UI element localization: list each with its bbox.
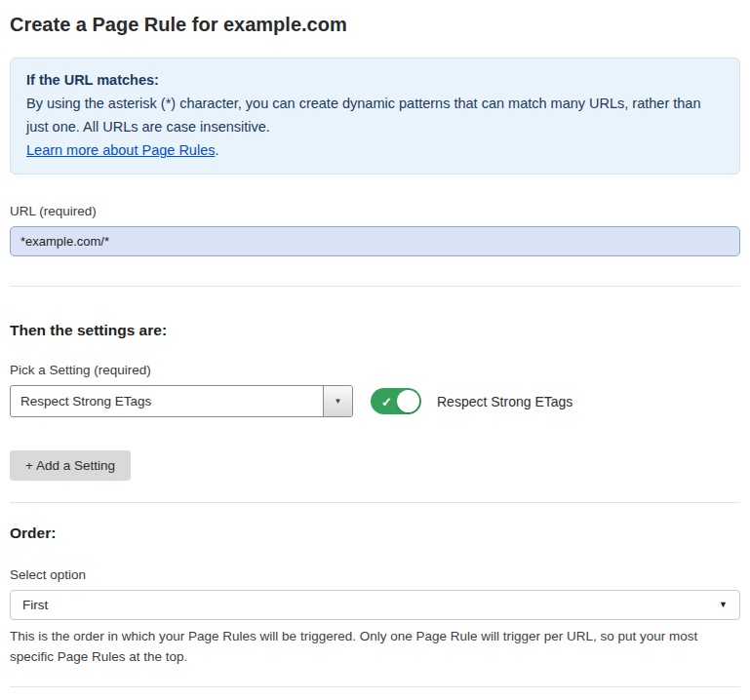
pick-setting-label: Pick a Setting (required)	[10, 363, 740, 377]
link-suffix-text: .	[215, 142, 218, 158]
setting-dropdown-arrow-button[interactable]: ▼	[323, 386, 352, 416]
url-match-info-box: If the URL matches: By using the asteris…	[10, 58, 740, 175]
setting-dropdown-value: Respect Strong ETags	[11, 386, 323, 416]
check-icon: ✓	[381, 395, 392, 408]
url-input[interactable]	[10, 226, 740, 256]
divider	[10, 502, 740, 503]
caret-down-icon: ▼	[335, 398, 342, 406]
respect-strong-etags-toggle[interactable]: ✓	[371, 388, 421, 414]
divider	[10, 686, 740, 687]
divider	[10, 286, 740, 287]
chevron-down-icon: ▼	[719, 601, 728, 609]
url-label: URL (required)	[10, 204, 740, 218]
add-setting-button[interactable]: + Add a Setting	[10, 450, 131, 481]
toggle-label: Respect Strong ETags	[437, 394, 572, 409]
order-select-value: First	[22, 598, 48, 612]
order-help-text: This is the order in which your Page Rul…	[10, 626, 740, 667]
create-page-rule-form: Create a Page Rule for example.com If th…	[0, 0, 750, 700]
toggle-knob	[397, 390, 419, 412]
select-option-label: Select option	[10, 567, 740, 582]
setting-dropdown[interactable]: Respect Strong ETags ▼	[10, 385, 353, 417]
learn-more-link[interactable]: Learn more about Page Rules	[26, 142, 215, 158]
order-select[interactable]: First ▼	[10, 590, 740, 620]
setting-row: Respect Strong ETags ▼ ✓ Respect Strong …	[10, 385, 740, 417]
page-title: Create a Page Rule for example.com	[10, 14, 740, 36]
info-box-heading: If the URL matches:	[26, 68, 724, 92]
settings-section-heading: Then the settings are:	[10, 322, 740, 339]
order-section-heading: Order:	[10, 525, 740, 542]
info-box-description: By using the asterisk (*) character, you…	[26, 92, 724, 138]
info-box-link-line: Learn more about Page Rules.	[26, 138, 724, 162]
